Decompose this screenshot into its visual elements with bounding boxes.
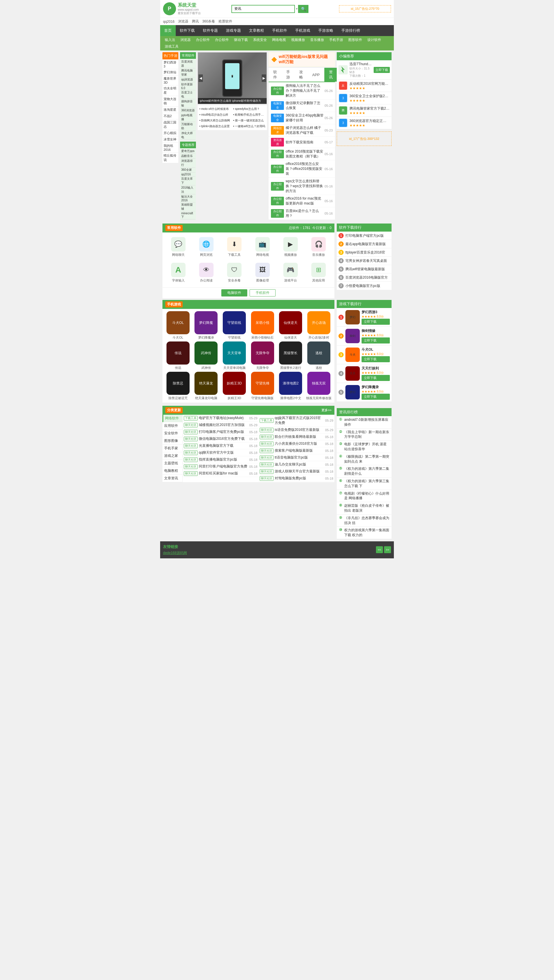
subnav-music[interactable]: 音乐播放 (308, 37, 326, 43)
subnav-mobile[interactable]: 手机手游 (327, 37, 345, 43)
small-news-item[interactable]: • 一健格wifi怎么？好用吗 (232, 124, 266, 129)
game-swqx[interactable]: 守望前线 守望前线 (221, 311, 248, 340)
news-link[interactable]: 百度doc是什么？怎么用？ (286, 208, 323, 218)
quick-link-360[interactable]: 360杀毒 (202, 19, 215, 24)
game-xxnt[interactable]: 仙侠逆天 仙侠逆天 (278, 311, 304, 340)
sw-game[interactable]: 🎮 游戏平台 (277, 261, 304, 285)
rank-name-1[interactable]: 打印电脑客户端官方pc版 (345, 234, 384, 238)
rank-name-6[interactable]: 百度浏览器2016电脑版官方 (345, 275, 388, 280)
quick-link-ticket[interactable]: 抢票软件 (218, 19, 232, 24)
common-sw-item[interactable]: 净化大师电 (181, 131, 195, 140)
cat-nav-graphics[interactable]: 图形图像 (162, 437, 182, 445)
sw-font[interactable]: A 字体输入 (165, 261, 192, 285)
cat-item-link[interactable]: 搜索客户端电脑版最新版 (275, 448, 324, 453)
small-news-item[interactable]: • 搜一搜一键浏览器怎么 (232, 118, 266, 123)
news-tab-news[interactable]: 资讯 (324, 68, 337, 82)
subnav-design[interactable]: 设计软件 (365, 37, 384, 43)
nav-game-strategy[interactable]: 手游攻略 (314, 25, 337, 36)
game-ttbd[interactable]: 天天背单 天天背单词电脑 (221, 342, 248, 370)
cat-nav-security[interactable]: 安全软件 (162, 430, 182, 437)
hot-item[interactable]: 洛洵星星 (162, 107, 178, 113)
news-rank-link-6[interactable]: 《权力的游戏》第六季第三集怎么下载 下 (344, 479, 389, 488)
subnav-video[interactable]: 视频播放 (289, 37, 307, 43)
game-kxnc[interactable]: 开心农场 开心农场2多村 (306, 311, 332, 340)
cat-item-link[interactable]: qq聊天软件官方中文版 (199, 450, 248, 455)
special-item[interactable]: 2016输入法 (181, 185, 195, 194)
news-rank-link-1[interactable]: android7.0新新增按压屏幕应操作 (344, 417, 389, 427)
small-news-item[interactable]: • 防御网大师怎么防御网 (199, 118, 232, 123)
quick-link-tencent[interactable]: 腾讯 (192, 19, 199, 24)
subnav-office[interactable]: 办公软件 (194, 37, 212, 43)
game-rank-dl-5[interactable]: 立即下载 (361, 394, 390, 400)
game-tao[interactable]: 逃校 逃校 (306, 342, 332, 370)
cat-item-link[interactable]: 电驴官方下载地址(easyMule) (199, 415, 248, 420)
game-mhxm[interactable]: 梦幻降魔 梦幻降魔录 (193, 311, 220, 340)
banner-prev[interactable]: ◀ (199, 75, 203, 82)
news-link[interactable]: wps文字怎么查找和替换？wps文字查找和替换的方法 (286, 179, 323, 194)
common-sw-item[interactable]: 软件更新6.0 (181, 82, 195, 90)
cat-item-link[interactable]: 光直播电脑版官方下载 (199, 443, 248, 448)
small-news-item[interactable]: • miui8电话沙油怎么样 (199, 112, 232, 118)
hot-item[interactable]: 宠物大连萌 (162, 96, 178, 107)
game-pltl[interactable]: 绝天瀑龙 绝天瀑龙印电脑 (193, 372, 220, 400)
game-cs[interactable]: 传说 传说 (165, 342, 191, 370)
news-tab-app[interactable]: APP (307, 68, 324, 82)
news-rank-link-5[interactable]: 《权力的游戏》第六季第二集剧情是什么 (344, 466, 389, 476)
special-item[interactable]: 360全家 (181, 167, 195, 172)
news-tab-mobile-games[interactable]: 手游 (282, 68, 295, 82)
special-item[interactable]: qq2016 (181, 172, 195, 177)
subnav-input[interactable]: 输入法 (162, 37, 177, 43)
featured-title[interactable]: wifi万能钥匙ios版常见问题 wifi万能 (279, 54, 333, 65)
subnav-driver[interactable]: 驱动下载 (232, 37, 250, 43)
game-rank-dl-1[interactable]: 立即下载 (361, 319, 390, 325)
cat-nav-news[interactable]: 文章资讯 (162, 475, 182, 482)
nav-games-special[interactable]: 游戏专题 (222, 25, 245, 36)
search-button[interactable]: 🔍 (298, 5, 309, 13)
game-wsz[interactable]: 武神传 武神传 (193, 342, 220, 370)
hot-item[interactable]: 晴丘狐传说 (162, 153, 178, 163)
cat-nav-mobile[interactable]: 手机手家 (162, 445, 182, 452)
game-dgws[interactable]: 独孤无双 独孤无双终修改版 (306, 372, 332, 400)
special-item[interactable]: 英雄联盟辅 (181, 202, 195, 212)
subnav-graphics[interactable]: 图形软件 (346, 37, 365, 43)
news-link[interactable]: 橘子浏览器怎么样 橘子浏览器客户端下载 (286, 126, 323, 135)
news-rank-link-4[interactable]: 《极限挑战》第二季第一期突如到点点 来 (344, 454, 389, 464)
news-rank-link-2[interactable]: 《我去上学啦》新一期在新东方学学总制 (344, 430, 389, 439)
quick-link-qq2016[interactable]: qq2016 (163, 20, 175, 24)
special-item[interactable]: minecraft下 (181, 212, 195, 220)
nav-mobile-games[interactable]: 手机游戏 (291, 25, 314, 36)
footer-icon-right[interactable]: >> (384, 546, 391, 553)
special-item[interactable]: 爱奇艺pps (181, 149, 195, 154)
cat-item-link[interactable]: 指挥直播电脑版官方pc版 (199, 457, 248, 462)
nav-software[interactable]: 软件下载 (176, 25, 199, 36)
news-link[interactable]: office2016预览怎么安装？office2016预览版安装 (286, 162, 323, 176)
rank-name-7[interactable]: 小悟爱电脑版官方pc版 (345, 284, 380, 288)
nav-game-rank[interactable]: 手游排行榜 (337, 25, 364, 36)
search-input[interactable] (231, 5, 295, 13)
common-sw-item[interactable]: 腾讯电脑管家 (181, 68, 195, 77)
cat-update-more[interactable]: 更多>> (322, 408, 331, 412)
small-news-item[interactable]: • moto x4什么时候发布 (199, 107, 232, 111)
news-rank-link-9[interactable]: 《非凡括》忠杰赛季赛会成为括决 括 (344, 515, 389, 525)
news-rank-link-10[interactable]: 权力的游戏第六季第一集画面下载 权力的 (344, 528, 389, 538)
news-link[interactable]: 搜狗输入法不见了怎么办？搜狗输入法不见了解决方 (286, 83, 323, 98)
sw-security[interactable]: 🛡 安全杀毒 (221, 261, 248, 285)
game-chu[interactable]: 除禁忌 除禁忌被诅咒 (165, 372, 191, 400)
cat-item-link[interactable]: 联合行列收集看网络最新版 (275, 434, 324, 439)
download-btn-thunder[interactable]: 立即下载 (374, 67, 390, 73)
small-news-item[interactable]: • speedyfox怎么用？ (232, 107, 266, 111)
special-item[interactable]: 输法大全2016 (181, 194, 195, 202)
cat-item-link[interactable]: qq旋风下载官方正式版2015官方免费 (275, 415, 324, 425)
hot-item[interactable]: 不战2 (162, 113, 178, 119)
sw-music[interactable]: 🎧 音乐播放 (305, 235, 332, 259)
cat-nav-app[interactable]: 应用软件 (162, 422, 182, 430)
common-sw-item[interactable]: 搜狗拼音输 (181, 99, 195, 108)
cat-item-link[interactable]: 游戏人联聊天平台官方最新版 (275, 469, 324, 474)
news-rank-link-7[interactable]: 电视剧《柠檬初心》什么好用是 网络播播 (344, 491, 389, 501)
cat-item-link[interactable]: 城楼视频社区2015官方加强版 (199, 423, 248, 427)
hot-item[interactable]: 开心模拟 (162, 130, 178, 137)
nav-articles[interactable]: 文章教程 (245, 25, 268, 36)
nav-home[interactable]: 首页 (160, 25, 176, 36)
sw-tv[interactable]: 📺 网络电视 (249, 235, 276, 259)
cat-item-link[interactable]: 微信电脑版2016官方免费下载 (199, 436, 248, 441)
